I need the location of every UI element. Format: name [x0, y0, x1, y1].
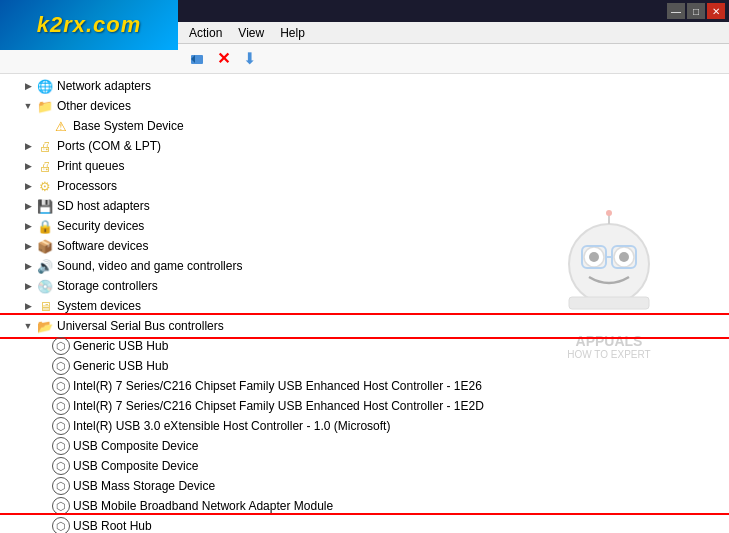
tree-item-mobile-broadband[interactable]: ⬡ USB Mobile Broadband Network Adapter M…: [0, 496, 729, 516]
expand-security: [20, 218, 36, 234]
label-print-queues: Print queues: [57, 159, 124, 173]
usb-device-icon-1: ⬡: [52, 337, 70, 355]
tree-item-software[interactable]: 📦 Software devices: [0, 236, 729, 256]
tree-item-mass-storage[interactable]: ⬡ USB Mass Storage Device: [0, 476, 729, 496]
label-system: System devices: [57, 299, 141, 313]
folder-icon-processors: ⚙: [36, 177, 54, 195]
usb-device-icon-7: ⬡: [52, 457, 70, 475]
usb-device-icon-10: ⬡: [52, 517, 70, 533]
label-sound-video: Sound, video and game controllers: [57, 259, 242, 273]
toolbar-update[interactable]: ⬇: [237, 47, 261, 71]
label-intel-usb30: Intel(R) USB 3.0 eXtensible Host Control…: [73, 419, 390, 433]
label-generic-hub-2: Generic USB Hub: [73, 359, 168, 373]
tree-item-base-system[interactable]: ⚠ Base System Device: [0, 116, 729, 136]
label-sd-host: SD host adapters: [57, 199, 150, 213]
leaf-composite-1: [36, 438, 52, 454]
update-icon: ⬇: [243, 49, 256, 68]
expand-processors: [20, 178, 36, 194]
tree-item-intel-usb30[interactable]: ⬡ Intel(R) USB 3.0 eXtensible Host Contr…: [0, 416, 729, 436]
leaf-root-hub-1: [36, 518, 52, 533]
tree-item-composite-2[interactable]: ⬡ USB Composite Device: [0, 456, 729, 476]
tree-item-processors[interactable]: ⚙ Processors: [0, 176, 729, 196]
expand-sd-host: [20, 198, 36, 214]
leaf-intel-usb30: [36, 418, 52, 434]
expand-network-adapters: [20, 78, 36, 94]
label-intel-1e26: Intel(R) 7 Series/C216 Chipset Family US…: [73, 379, 482, 393]
usb-device-icon-4: ⬡: [52, 397, 70, 415]
usb-device-icon-8: ⬡: [52, 477, 70, 495]
usb-device-icon-2: ⬡: [52, 357, 70, 375]
folder-icon-ports: 🖨: [36, 137, 54, 155]
folder-icon-sound: 🔊: [36, 257, 54, 275]
leaf-intel-1e2d: [36, 398, 52, 414]
label-intel-1e2d: Intel(R) 7 Series/C216 Chipset Family US…: [73, 399, 484, 413]
tree-item-composite-1[interactable]: ⬡ USB Composite Device: [0, 436, 729, 456]
expand-other-devices: [20, 98, 36, 114]
label-root-hub-1: USB Root Hub: [73, 519, 152, 533]
tree-item-security[interactable]: 🔒 Security devices: [0, 216, 729, 236]
label-network-adapters: Network adapters: [57, 79, 151, 93]
folder-icon-storage: 💿: [36, 277, 54, 295]
label-usb-controllers: Universal Serial Bus controllers: [57, 319, 224, 333]
tree-item-network-adapters[interactable]: 🌐 Network adapters: [0, 76, 729, 96]
expand-sound: [20, 258, 36, 274]
leaf-composite-2: [36, 458, 52, 474]
window-controls: — □ ✕: [667, 3, 725, 19]
label-storage: Storage controllers: [57, 279, 158, 293]
expand-software: [20, 238, 36, 254]
toolbar-remove[interactable]: ✕: [211, 47, 235, 71]
tree-item-print-queues[interactable]: 🖨 Print queues: [0, 156, 729, 176]
usb-device-icon-3: ⬡: [52, 377, 70, 395]
tree-item-storage[interactable]: 💿 Storage controllers: [0, 276, 729, 296]
tree-item-other-devices[interactable]: 📁 Other devices: [0, 96, 729, 116]
minimize-button[interactable]: —: [667, 3, 685, 19]
usb-device-icon-9: ⬡: [52, 497, 70, 515]
label-ports: Ports (COM & LPT): [57, 139, 161, 153]
folder-icon-print: 🖨: [36, 157, 54, 175]
expand-storage: [20, 278, 36, 294]
leaf-base-system: [36, 118, 52, 134]
menu-action[interactable]: Action: [185, 24, 226, 42]
tree-item-system[interactable]: 🖥 System devices: [0, 296, 729, 316]
usb-device-icon-5: ⬡: [52, 417, 70, 435]
tree-item-ports[interactable]: 🖨 Ports (COM & LPT): [0, 136, 729, 156]
watermark-text: k2rx.com: [37, 12, 142, 38]
label-security: Security devices: [57, 219, 144, 233]
label-software: Software devices: [57, 239, 148, 253]
label-other-devices: Other devices: [57, 99, 131, 113]
warning-icon-base-system: ⚠: [52, 117, 70, 135]
expand-usb: [20, 318, 36, 334]
tree-item-intel-1e26[interactable]: ⬡ Intel(R) 7 Series/C216 Chipset Family …: [0, 376, 729, 396]
watermark-badge: k2rx.com: [0, 0, 178, 50]
remove-icon: ✕: [217, 49, 230, 68]
tree-item-generic-hub-1[interactable]: ⬡ Generic USB Hub: [0, 336, 729, 356]
usb-device-icon-6: ⬡: [52, 437, 70, 455]
folder-icon-usb: 📂: [36, 317, 54, 335]
main-content: APPUALS HOW TO EXPERT 🌐 Network adapters…: [0, 74, 729, 533]
menu-view[interactable]: View: [234, 24, 268, 42]
back-icon: [189, 51, 205, 67]
close-button[interactable]: ✕: [707, 3, 725, 19]
menu-help[interactable]: Help: [276, 24, 309, 42]
leaf-generic-hub-2: [36, 358, 52, 374]
leaf-mobile-broadband: [36, 498, 52, 514]
label-mobile-broadband: USB Mobile Broadband Network Adapter Mod…: [73, 499, 333, 513]
tree-item-sd-host[interactable]: 💾 SD host adapters: [0, 196, 729, 216]
folder-icon-software: 📦: [36, 237, 54, 255]
folder-icon-network: 🌐: [36, 77, 54, 95]
tree-item-sound-video[interactable]: 🔊 Sound, video and game controllers: [0, 256, 729, 276]
tree-item-intel-1e2d[interactable]: ⬡ Intel(R) 7 Series/C216 Chipset Family …: [0, 396, 729, 416]
label-composite-1: USB Composite Device: [73, 439, 198, 453]
expand-ports: [20, 138, 36, 154]
folder-icon-security: 🔒: [36, 217, 54, 235]
toolbar-back[interactable]: [185, 47, 209, 71]
maximize-button[interactable]: □: [687, 3, 705, 19]
label-base-system: Base System Device: [73, 119, 184, 133]
folder-icon-other: 📁: [36, 97, 54, 115]
expand-system: [20, 298, 36, 314]
folder-icon-sd: 💾: [36, 197, 54, 215]
tree-item-generic-hub-2[interactable]: ⬡ Generic USB Hub: [0, 356, 729, 376]
tree-item-root-hub-1[interactable]: ⬡ USB Root Hub: [0, 516, 729, 533]
tree-item-usb-controllers[interactable]: 📂 Universal Serial Bus controllers: [0, 316, 729, 336]
label-generic-hub-1: Generic USB Hub: [73, 339, 168, 353]
